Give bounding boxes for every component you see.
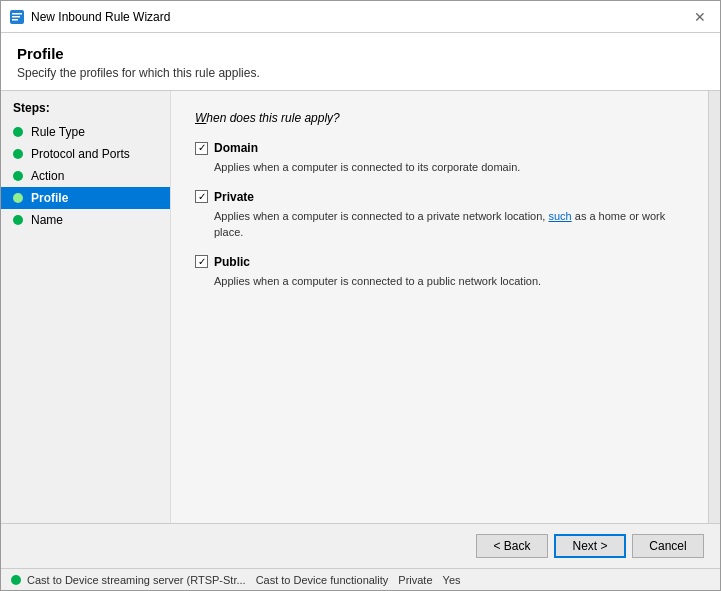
sidebar: Steps: Rule Type Protocol and Ports Acti… [1,91,171,523]
option-domain: Domain Applies when a computer is connec… [195,141,684,176]
step-dot-rule-type [13,127,23,137]
checkbox-public[interactable] [195,255,208,268]
option-public-desc: Applies when a computer is connected to … [195,273,684,290]
taskbar-strip: Cast to Device streaming server (RTSP-St… [1,568,720,590]
option-private: Private Applies when a computer is conne… [195,190,684,241]
steps-label: Steps: [1,101,170,121]
step-dot-action [13,171,23,181]
title-bar: New Inbound Rule Wizard ✕ [1,1,720,33]
checkbox-domain[interactable] [195,142,208,155]
window-title: New Inbound Rule Wizard [31,10,688,24]
page-subtitle: Specify the profiles for which this rule… [17,66,704,80]
window: New Inbound Rule Wizard ✕ Profile Specif… [0,0,721,591]
svg-point-4 [11,575,21,585]
footer: < Back Next > Cancel [1,523,720,568]
next-button[interactable]: Next > [554,534,626,558]
option-public-title: Public [214,255,250,269]
cancel-button[interactable]: Cancel [632,534,704,558]
step-label-protocol-ports: Protocol and Ports [31,147,130,161]
sidebar-item-profile[interactable]: Profile [1,187,170,209]
option-private-header: Private [195,190,684,204]
sidebar-item-rule-type[interactable]: Rule Type [1,121,170,143]
step-label-rule-type: Rule Type [31,125,85,139]
step-label-profile: Profile [31,191,68,205]
svg-rect-3 [12,19,18,21]
svg-rect-1 [12,13,22,15]
content-panel: When does this rule apply? Domain Applie… [171,91,708,523]
option-public-header: Public [195,255,684,269]
content-question: When does this rule apply? [195,111,684,125]
back-button[interactable]: < Back [476,534,548,558]
sidebar-item-protocol-ports[interactable]: Protocol and Ports [1,143,170,165]
taskbar-item-1: Cast to Device streaming server (RTSP-St… [9,573,246,587]
page-header: Profile Specify the profiles for which t… [1,33,720,91]
option-domain-desc: Applies when a computer is connected to … [195,159,684,176]
scrollbar[interactable] [708,91,720,523]
step-label-name: Name [31,213,63,227]
window-content: Profile Specify the profiles for which t… [1,33,720,590]
option-domain-header: Domain [195,141,684,155]
option-private-title: Private [214,190,254,204]
option-private-desc: Applies when a computer is connected to … [195,208,684,241]
sidebar-item-action[interactable]: Action [1,165,170,187]
option-public: Public Applies when a computer is connec… [195,255,684,290]
wizard-icon [9,9,25,25]
main-area: Steps: Rule Type Protocol and Ports Acti… [1,91,720,523]
svg-rect-2 [12,16,20,18]
step-label-action: Action [31,169,64,183]
step-dot-name [13,215,23,225]
sidebar-item-name[interactable]: Name [1,209,170,231]
checkbox-private-wrapper [195,190,208,203]
checkbox-private[interactable] [195,190,208,203]
step-dot-protocol-ports [13,149,23,159]
checkbox-domain-wrapper [195,142,208,155]
page-title: Profile [17,45,704,62]
checkbox-public-wrapper [195,255,208,268]
close-button[interactable]: ✕ [688,5,712,29]
option-domain-title: Domain [214,141,258,155]
step-dot-profile [13,193,23,203]
